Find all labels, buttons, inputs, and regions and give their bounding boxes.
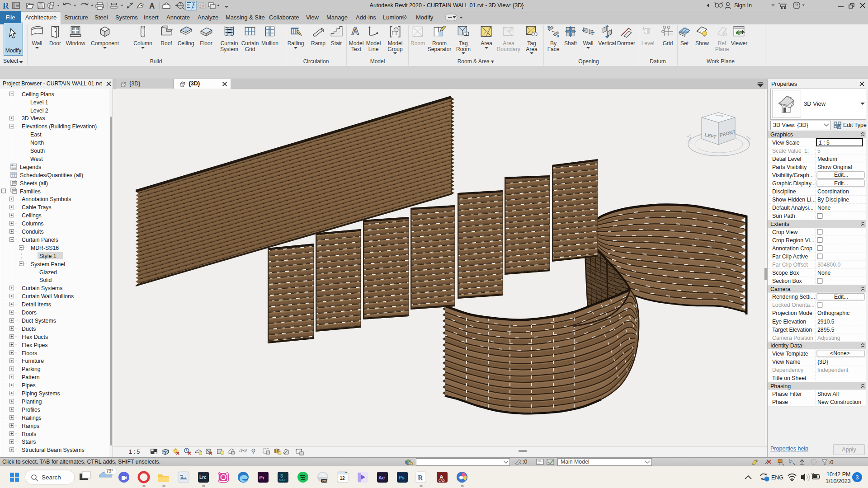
svg-text:Graphics: Graphics <box>770 131 793 138</box>
svg-text:<None>: <None> <box>830 350 850 357</box>
svg-text:MDR-SS16: MDR-SS16 <box>31 245 59 251</box>
svg-text:MAX: MAX <box>279 479 286 482</box>
svg-text:Ducts: Ducts <box>22 326 36 332</box>
svg-text:{3D}: {3D} <box>817 359 828 365</box>
svg-text:Level 2: Level 2 <box>30 108 48 114</box>
svg-text:Elevations (Building Elevation: Elevations (Building Elevation) <box>22 123 97 130</box>
svg-text:Crop Region Vi...: Crop Region Vi... <box>772 237 814 244</box>
svg-text:Edit...: Edit... <box>834 172 848 178</box>
svg-text:CAD: CAD <box>439 479 445 482</box>
svg-text:Roofs: Roofs <box>22 431 36 437</box>
svg-text:Floors: Floors <box>22 350 37 357</box>
svg-text:Structural Beam Systems: Structural Beam Systems <box>22 447 85 453</box>
svg-text:South: South <box>30 148 45 154</box>
svg-text:R: R <box>418 474 423 482</box>
svg-text:Detail Level: Detail Level <box>772 156 801 162</box>
svg-text:5: 5 <box>817 148 821 154</box>
svg-text:Parking: Parking <box>22 366 41 372</box>
svg-text:79°: 79° <box>106 469 113 474</box>
svg-text:Railings: Railings <box>22 415 42 421</box>
svg-text:Title on Sheet: Title on Sheet <box>772 375 807 381</box>
svg-text:Show All: Show All <box>817 391 839 397</box>
svg-text:Locked Orienta...: Locked Orienta... <box>772 302 815 308</box>
svg-text:Scale Value: Scale Value <box>772 148 802 154</box>
svg-text:Curtain Systems: Curtain Systems <box>22 285 62 291</box>
svg-text:By Discipline: By Discipline <box>817 197 849 203</box>
svg-text:Section Box: Section Box <box>772 278 802 284</box>
svg-text:12: 12 <box>340 476 345 481</box>
svg-text:Sun Path: Sun Path <box>772 213 795 219</box>
svg-text:Edit...: Edit... <box>834 180 848 187</box>
svg-text:3D Views: 3D Views <box>22 115 45 122</box>
svg-text:1: 1 <box>533 33 535 36</box>
svg-text:None: None <box>817 270 831 276</box>
svg-text:None: None <box>817 205 831 211</box>
svg-text:Independent: Independent <box>817 367 849 373</box>
svg-text:Curtain Wall Mullions: Curtain Wall Mullions <box>22 293 74 300</box>
svg-text:Default Analysi...: Default Analysi... <box>772 205 814 211</box>
svg-text:Pattern: Pattern <box>22 374 40 380</box>
svg-text:Pro: Pro <box>322 479 327 483</box>
svg-text:Detail Items: Detail Items <box>22 301 51 308</box>
svg-text:Piping Systems: Piping Systems <box>22 390 60 397</box>
svg-text:View Name: View Name <box>772 359 801 365</box>
svg-text:Style 1: Style 1 <box>39 253 57 259</box>
svg-text:Families: Families <box>20 188 41 195</box>
svg-text:Identity Data: Identity Data <box>770 343 802 349</box>
svg-text:Search: Search <box>42 474 61 481</box>
svg-text:Lrc: Lrc <box>199 475 207 480</box>
svg-text:Ceilings: Ceilings <box>22 212 42 219</box>
svg-text:Annotation Crop: Annotation Crop <box>772 245 812 252</box>
svg-text:Furniture: Furniture <box>22 358 44 364</box>
svg-text:Target Elevation: Target Elevation <box>772 327 812 333</box>
svg-text:Show Hidden Li...: Show Hidden Li... <box>772 197 816 203</box>
svg-text:3: 3 <box>280 473 283 479</box>
svg-text:Columns: Columns <box>22 221 44 227</box>
svg-text:Curtain Panels: Curtain Panels <box>22 237 58 243</box>
svg-text:Annotation Symbols: Annotation Symbols <box>22 196 71 202</box>
svg-text:System Panel: System Panel <box>31 261 65 267</box>
svg-text:Flex Pipes: Flex Pipes <box>22 342 47 348</box>
svg-text:Level 1: Level 1 <box>30 99 48 106</box>
svg-text:Glazed: Glazed <box>39 269 57 276</box>
svg-text:North: North <box>30 140 44 146</box>
svg-text:Sheets (all): Sheets (all) <box>20 180 48 187</box>
svg-text:A: A <box>351 25 359 37</box>
svg-text:Sign In: Sign In <box>734 2 752 9</box>
svg-text:1 : 5: 1 : 5 <box>819 140 830 146</box>
svg-text:Profiles: Profiles <box>22 407 40 413</box>
svg-text:Rendering Setti...: Rendering Setti... <box>772 294 815 300</box>
svg-text:Coordination: Coordination <box>817 188 849 195</box>
svg-text:Graphic Display...: Graphic Display... <box>772 180 816 187</box>
svg-text:Conduits: Conduits <box>22 229 44 235</box>
svg-text:?: ? <box>795 3 798 8</box>
svg-text:Edit...: Edit... <box>834 294 848 300</box>
svg-text:Projection Mode: Projection Mode <box>772 310 812 316</box>
svg-text:Phase Filter: Phase Filter <box>772 391 802 397</box>
svg-text:2910.5: 2910.5 <box>817 319 835 325</box>
svg-text:Flex Ducts: Flex Ducts <box>22 334 48 340</box>
svg-text:10:42 PM: 10:42 PM <box>826 471 851 478</box>
svg-text:Discipline: Discipline <box>772 188 796 195</box>
svg-text:Planting: Planting <box>22 399 42 405</box>
svg-text:Far Clip Offset: Far Clip Offset <box>772 262 808 268</box>
svg-text:Schedules/Quantities (all): Schedules/Quantities (all) <box>20 172 83 178</box>
svg-text:304800.0: 304800.0 <box>817 262 840 268</box>
svg-text:Camera: Camera <box>770 286 791 292</box>
svg-text:Ps: Ps <box>399 475 405 480</box>
svg-text:Crop View: Crop View <box>772 229 798 235</box>
svg-text:Ae: Ae <box>378 475 385 480</box>
svg-text:Ceiling Plans: Ceiling Plans <box>22 91 54 98</box>
svg-text:New Construction: New Construction <box>817 399 861 405</box>
svg-text:1:: 1: <box>804 148 809 154</box>
svg-text:East: East <box>30 131 42 138</box>
svg-text:Adjusting: Adjusting <box>817 335 840 341</box>
svg-text:Dependency: Dependency <box>772 367 804 373</box>
svg-text:Stairs: Stairs <box>22 439 36 445</box>
svg-text:Parts Visibility: Parts Visibility <box>772 164 807 170</box>
svg-text:Phasing: Phasing <box>770 383 791 389</box>
svg-text:1: 1 <box>465 32 467 35</box>
svg-text:Medium: Medium <box>817 156 837 162</box>
svg-text:View Template: View Template <box>772 351 808 357</box>
svg-text:Extents: Extents <box>770 221 789 227</box>
